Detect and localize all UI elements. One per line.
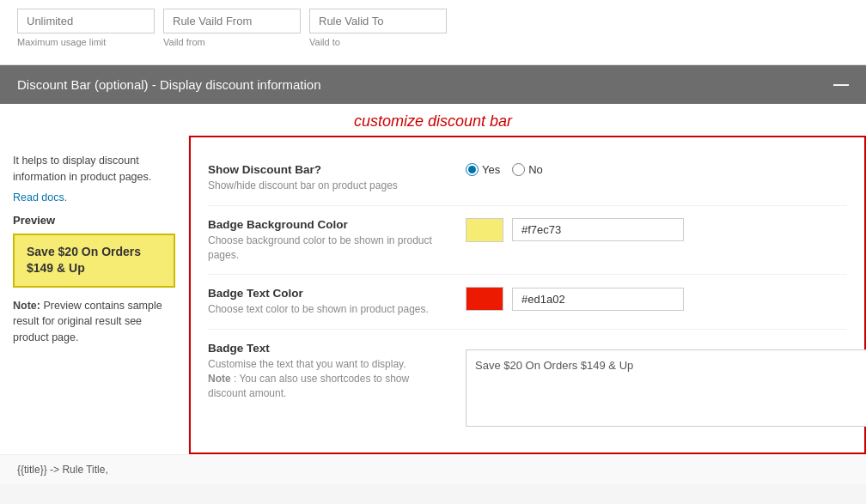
radio-yes-input[interactable] [466,163,479,176]
badge-bg-color-control [466,218,847,242]
max-usage-label: Maximum usage limit [17,37,155,47]
collapse-button[interactable]: — [833,76,849,94]
preview-title: Preview [13,214,175,227]
badge-bg-color-row: Badge Background Color Choose background… [208,206,847,276]
valid-from-input[interactable] [163,9,301,33]
shortcode-hint-text: {{title}} -> Rule Title, [17,464,108,476]
valid-to-input[interactable] [309,9,447,33]
sidebar-description: It helps to display discount information… [13,153,175,185]
right-form: Show Discount Bar? Show/hide discount ba… [189,136,866,454]
note-label: Note: [13,300,40,312]
section-title: Discount Bar (optional) - Display discou… [17,77,321,92]
read-docs-link[interactable]: Read docs. [13,191,67,203]
valid-from-group: Vaild from [163,9,301,47]
badge-bg-color-desc: Choose background color to be shown in p… [208,234,448,263]
radio-yes-item[interactable]: Yes [466,163,500,176]
badge-bg-color-input[interactable] [512,218,684,241]
show-discount-bar-label-group: Show Discount Bar? Show/hide discount ba… [208,163,448,193]
badge-bg-color-label: Badge Background Color [208,218,448,231]
main-content: It helps to display discount information… [0,136,866,454]
valid-to-label: Vaild to [309,37,447,47]
note-text: Note: Preview contains sample result for… [13,298,175,346]
max-usage-input[interactable] [17,9,155,33]
customize-label: customize discount bar [0,104,866,136]
radio-no-item[interactable]: No [512,163,543,176]
show-discount-bar-control: Yes No [466,163,847,176]
valid-to-group: Vaild to [309,9,447,47]
badge-bg-color-swatch[interactable] [466,218,503,242]
radio-no-label: No [528,163,543,176]
radio-no-input[interactable] [512,163,525,176]
badge-text-color-label-group: Badge Text Color Choose text color to be… [208,287,448,317]
section-header: Discount Bar (optional) - Display discou… [0,65,866,104]
badge-text-color-control [466,287,847,311]
badge-text-color-label: Badge Text Color [208,287,448,300]
radio-group-show-bar: Yes No [466,163,543,176]
badge-bg-color-label-group: Badge Background Color Choose background… [208,218,448,263]
show-discount-bar-desc: Show/hide discount bar on product pages [208,179,448,193]
radio-yes-label: Yes [482,163,500,176]
top-fields: Maximum usage limit Vaild from Vaild to [17,9,849,47]
badge-text-label-group: Badge Text Customise the text that you w… [208,342,448,400]
badge-text-desc: Customise the text that you want to disp… [208,357,448,400]
preview-badge: Save $20 On Orders $149 & Up [13,234,175,288]
top-section: Maximum usage limit Vaild from Vaild to [0,0,866,65]
show-discount-bar-row: Show Discount Bar? Show/hide discount ba… [208,151,847,206]
show-discount-bar-label: Show Discount Bar? [208,163,448,176]
badge-text-color-input[interactable] [512,288,684,311]
valid-from-label: Vaild from [163,37,301,47]
badge-text-color-row: Badge Text Color Choose text color to be… [208,275,847,330]
max-usage-group: Maximum usage limit [17,9,155,47]
badge-text-control: Save $20 On Orders $149 & Up [466,349,866,427]
shortcode-hint-row: {{title}} -> Rule Title, [0,454,866,484]
left-sidebar: It helps to display discount information… [0,136,189,454]
badge-text-preview: Save $20 On Orders $149 & Up [466,349,866,427]
badge-text-color-desc: Choose text color to be shown in product… [208,302,448,317]
badge-text-color-swatch[interactable] [466,287,503,311]
badge-text-row: Badge Text Customise the text that you w… [208,330,847,438]
badge-text-label: Badge Text [208,342,448,355]
